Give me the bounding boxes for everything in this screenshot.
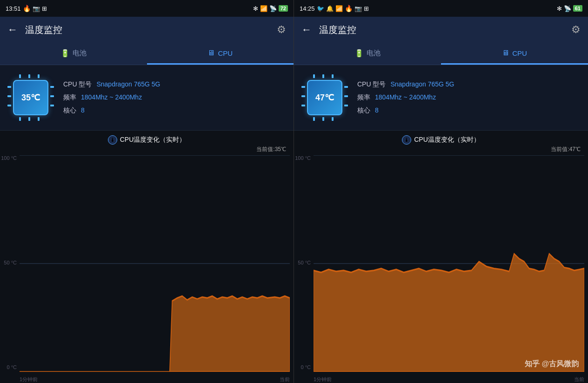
- cpu-tab-icon-1: 🖥: [207, 49, 215, 57]
- tab-battery-2[interactable]: 🔋 电池: [294, 43, 441, 65]
- flame-icon-2: 🔥: [345, 5, 353, 12]
- chart-y-labels-2: 100 °C 50 °C 0 °C: [294, 155, 313, 372]
- y-label-100-1: 100 °C: [0, 155, 19, 161]
- status-bar-1: 13:51 🔥 📷 ⊞ ✻ 📶 📡 72: [0, 0, 294, 17]
- cpu-tab-label-2: CPU: [512, 49, 527, 57]
- bell-icon-2: 🔔: [326, 5, 334, 12]
- battery-tab-label-1: 电池: [73, 49, 87, 58]
- svg-marker-3: [20, 296, 290, 372]
- y-label-50-2: 50 °C: [294, 260, 313, 265]
- bluetooth-icon-1: ✻: [253, 5, 258, 12]
- wifi-icon-1: 📡: [269, 5, 277, 12]
- cpu-details-2: CPU 型号 Snapdragon 765G 5G 频率 1804Mhz ~ 2…: [357, 80, 581, 115]
- app-header-2: ← 温度监控 ⚙: [294, 17, 588, 43]
- pin-r3-1: [50, 105, 54, 106]
- pin-t3-1: [38, 74, 40, 78]
- pin-t2-2: [322, 74, 324, 78]
- settings-button-2[interactable]: ⚙: [571, 24, 581, 36]
- status-left-1: 13:51 🔥 📷 ⊞: [6, 5, 47, 12]
- freq-row-2: 频率 1804Mhz ~ 2400Mhz: [357, 93, 581, 102]
- current-label-2: 当前值:: [551, 146, 569, 152]
- current-value-row-1: 当前值:35℃: [0, 145, 294, 153]
- pin-r1-2: [344, 86, 348, 88]
- time-1: 13:51: [6, 5, 21, 12]
- page-title-1: 温度监控: [25, 24, 269, 36]
- tab-cpu-1[interactable]: 🖥 CPU: [147, 43, 294, 65]
- core-row-1: 核心 8: [63, 106, 286, 115]
- chart-section-2: 🌡 CPU温度变化（实时） 当前值:47℃ 100 °C 50 °C 0 °C: [294, 131, 588, 383]
- core-value-2: 8: [375, 106, 379, 115]
- cpu-chip-1: 35℃: [7, 74, 54, 121]
- battery-tab-icon-2: 🔋: [354, 49, 364, 58]
- pin-t1-1: [19, 74, 21, 78]
- chart-title-2: CPU温度变化（实时）: [414, 136, 480, 144]
- bird-icon-2: 🐦: [317, 5, 324, 12]
- chip-temp-1: 35℃: [21, 92, 40, 103]
- chart-x-labels-2: 1分钟前 当前: [314, 376, 584, 383]
- cpu-info-1: 35℃ CPU 型号 Snapdragon 765G 5G 频率 1804Mhz…: [0, 65, 294, 131]
- time-2: 14:25: [300, 5, 315, 12]
- chart-section-1: 🌡 CPU温度变化（实时） 当前值:35℃ 100 °C 50 °C 0 °C: [0, 131, 294, 383]
- bluetooth-icon-2: ✻: [557, 5, 562, 12]
- model-value-2: Snapdragon 765G 5G: [390, 80, 454, 89]
- battery-tab-label-2: 电池: [367, 49, 381, 58]
- current-value-2: 47℃: [569, 146, 581, 152]
- page-title-2: 温度监控: [319, 24, 564, 36]
- pin-r3-2: [344, 105, 348, 106]
- pin-r2-2: [344, 95, 348, 97]
- x-label-end-1: 当前: [280, 376, 290, 383]
- back-button-2[interactable]: ←: [301, 24, 312, 36]
- phone-panel-2: 14:25 🐦 🔔 📶 🔥 📷 ⊞ ✻ 📡 61 ← 温度监控 ⚙ 🔋 电池 🖥…: [294, 0, 588, 383]
- status-right-2: ✻ 📡 61: [557, 5, 582, 12]
- grid-icon-1: ⊞: [42, 5, 47, 12]
- core-row-2: 核心 8: [357, 106, 581, 115]
- tab-battery-1[interactable]: 🔋 电池: [0, 43, 147, 65]
- current-value-1: 35℃: [275, 146, 286, 152]
- pin-t3-2: [332, 74, 334, 78]
- freq-row-1: 频率 1804Mhz ~ 2400Mhz: [63, 93, 286, 102]
- chart-y-labels-1: 100 °C 50 °C 0 °C: [0, 155, 19, 372]
- settings-button-1[interactable]: ⚙: [277, 24, 286, 36]
- status-left-2: 14:25 🐦 🔔 📶 🔥 📷 ⊞: [300, 5, 369, 12]
- y-label-0-2: 0 °C: [294, 364, 313, 370]
- core-value-1: 8: [81, 106, 85, 115]
- x-label-start-2: 1分钟前: [314, 376, 332, 383]
- core-label-2: 核心: [357, 106, 370, 115]
- pin-b3-2: [332, 117, 334, 121]
- model-value-1: Snapdragon 765G 5G: [96, 80, 160, 89]
- chart-container-1: 100 °C 50 °C 0 °C 1分钟前 当前: [0, 155, 294, 383]
- battery-1: 72: [279, 5, 288, 12]
- sim-icon-1: 📶: [260, 5, 267, 12]
- phone-panel-1: 13:51 🔥 📷 ⊞ ✻ 📶 📡 72 ← 温度监控 ⚙ 🔋 电池 🖥 CPU: [0, 0, 294, 383]
- current-value-row-2: 当前值:47℃: [294, 145, 588, 153]
- pin-b1-2: [313, 117, 315, 121]
- cpu-tab-label-1: CPU: [218, 49, 233, 57]
- pin-t1-2: [313, 74, 315, 78]
- chart-svg-1: [20, 155, 290, 372]
- tab-cpu-2[interactable]: 🖥 CPU: [441, 43, 588, 65]
- chart-title-row-2: 🌡 CPU温度变化（实时）: [294, 135, 588, 145]
- freq-label-2: 频率: [357, 93, 370, 102]
- x-label-end-2: 当前: [574, 376, 584, 383]
- core-label-1: 核心: [63, 106, 76, 115]
- pin-l3-2: [301, 105, 305, 106]
- screen-icon-2: 📷: [354, 5, 362, 12]
- chart-area-1: [20, 155, 290, 372]
- chart-x-labels-1: 1分钟前 当前: [20, 376, 290, 383]
- back-button-1[interactable]: ←: [7, 24, 18, 36]
- grid-icon-2: ⊞: [364, 5, 369, 12]
- current-label-1: 当前值:: [256, 146, 274, 152]
- y-label-0-1: 0 °C: [0, 364, 19, 370]
- x-label-start-1: 1分钟前: [20, 376, 38, 383]
- svg-marker-7: [314, 254, 584, 372]
- cpu-details-1: CPU 型号 Snapdragon 765G 5G 频率 1804Mhz ~ 2…: [63, 80, 286, 115]
- pin-l3-1: [7, 105, 11, 106]
- cpu-chip-2: 47℃: [301, 74, 348, 121]
- screen-icon-1: 📷: [33, 5, 40, 12]
- pin-l1-1: [7, 86, 11, 88]
- pin-r2-1: [50, 95, 54, 97]
- status-right-1: ✻ 📶 📡 72: [253, 5, 288, 12]
- chip-body-1: 35℃: [13, 80, 48, 115]
- tabs-2: 🔋 电池 🖥 CPU: [294, 43, 588, 65]
- pin-t2-1: [28, 74, 30, 78]
